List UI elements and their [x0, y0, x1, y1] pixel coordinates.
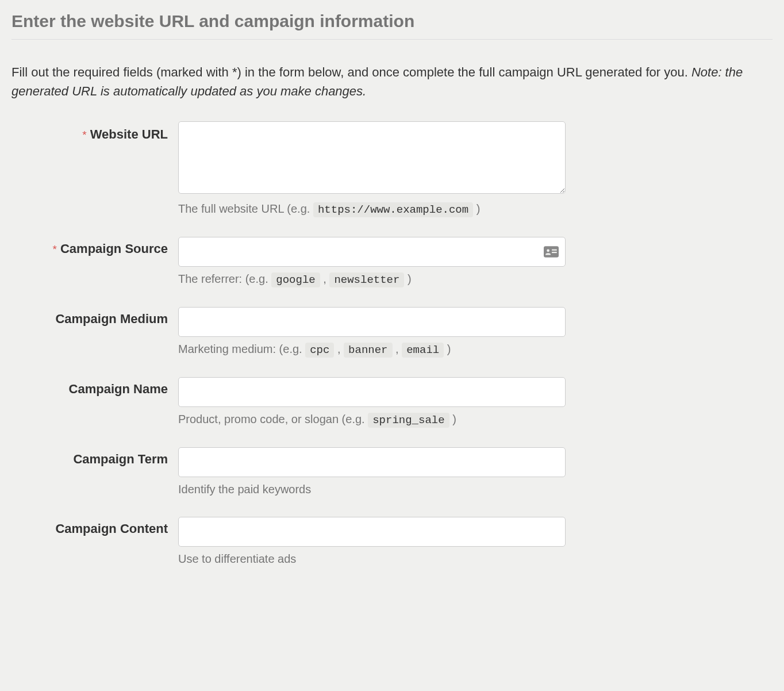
help-sep: , — [320, 272, 330, 285]
form-row-campaign-name: Campaign Name Product, promo code, or sl… — [11, 377, 773, 427]
website-url-label: Website URL — [90, 127, 168, 141]
help-text-suffix: ) — [404, 272, 411, 285]
help-text-prefix: The referrer: (e.g. — [178, 272, 271, 285]
campaign-content-input[interactable] — [178, 517, 566, 547]
help-code: email — [402, 343, 444, 358]
website-url-help: The full website URL (e.g. https://www.e… — [178, 202, 566, 216]
page-title: Enter the website URL and campaign infor… — [11, 11, 773, 40]
input-col: Product, promo code, or slogan (e.g. spr… — [178, 377, 566, 427]
help-code: spring_sale — [368, 413, 449, 428]
help-text-prefix: Product, promo code, or slogan (e.g. — [178, 413, 368, 425]
campaign-content-label: Campaign Content — [55, 521, 168, 536]
help-text-prefix: The full website URL (e.g. — [178, 202, 313, 215]
svg-rect-2 — [552, 249, 557, 251]
svg-point-1 — [547, 249, 549, 252]
help-code: cpc — [305, 343, 334, 358]
campaign-medium-help: Marketing medium: (e.g. cpc , banner , e… — [178, 343, 566, 356]
campaign-source-label: Campaign Source — [60, 241, 168, 256]
input-col: The full website URL (e.g. https://www.e… — [178, 121, 566, 216]
campaign-term-label: Campaign Term — [73, 452, 168, 466]
required-mark: * — [53, 243, 57, 255]
autofill-icon — [544, 246, 559, 258]
svg-rect-3 — [552, 252, 557, 253]
help-sep: , — [334, 343, 344, 355]
campaign-source-help: The referrer: (e.g. google , newsletter … — [178, 272, 566, 286]
campaign-source-input[interactable] — [178, 237, 566, 267]
required-mark: * — [82, 129, 86, 141]
help-code: banner — [344, 343, 392, 358]
help-text-suffix: ) — [449, 413, 456, 425]
form-row-campaign-medium: Campaign Medium Marketing medium: (e.g. … — [11, 307, 773, 356]
help-text-suffix: ) — [444, 343, 451, 355]
input-col: The referrer: (e.g. google , newsletter … — [178, 237, 566, 286]
label-col: Campaign Medium — [11, 307, 178, 327]
campaign-name-label: Campaign Name — [69, 382, 168, 396]
form-row-campaign-source: *Campaign Source The referrer: (e.g. goo… — [11, 237, 773, 286]
input-col: Identify the paid keywords — [178, 447, 566, 496]
campaign-term-input[interactable] — [178, 447, 566, 477]
help-text-prefix: Marketing medium: (e.g. — [178, 343, 305, 355]
help-code: https://www.example.com — [313, 202, 473, 217]
form-row-campaign-content: Campaign Content Use to differentiate ad… — [11, 517, 773, 566]
label-col: *Campaign Source — [11, 237, 178, 256]
label-col: Campaign Term — [11, 447, 178, 467]
help-code: newsletter — [329, 272, 404, 287]
label-col: *Website URL — [11, 121, 178, 142]
input-col: Use to differentiate ads — [178, 517, 566, 566]
campaign-medium-input[interactable] — [178, 307, 566, 337]
label-col: Campaign Name — [11, 377, 178, 397]
campaign-name-input[interactable] — [178, 377, 566, 407]
intro-text: Fill out the required fields (marked wit… — [11, 65, 691, 79]
input-wrap — [178, 237, 566, 267]
input-col: Marketing medium: (e.g. cpc , banner , e… — [178, 307, 566, 356]
help-text-suffix: ) — [473, 202, 480, 215]
label-col: Campaign Content — [11, 517, 178, 536]
help-code: google — [271, 272, 320, 287]
campaign-name-help: Product, promo code, or slogan (e.g. spr… — [178, 413, 566, 427]
campaign-medium-label: Campaign Medium — [55, 312, 168, 326]
help-sep: , — [393, 343, 402, 355]
form-row-campaign-term: Campaign Term Identify the paid keywords — [11, 447, 773, 496]
campaign-content-help: Use to differentiate ads — [178, 552, 566, 566]
intro-paragraph: Fill out the required fields (marked wit… — [11, 63, 773, 101]
form-row-website-url: *Website URL The full website URL (e.g. … — [11, 121, 773, 216]
campaign-term-help: Identify the paid keywords — [178, 483, 566, 496]
website-url-input[interactable] — [178, 121, 566, 194]
